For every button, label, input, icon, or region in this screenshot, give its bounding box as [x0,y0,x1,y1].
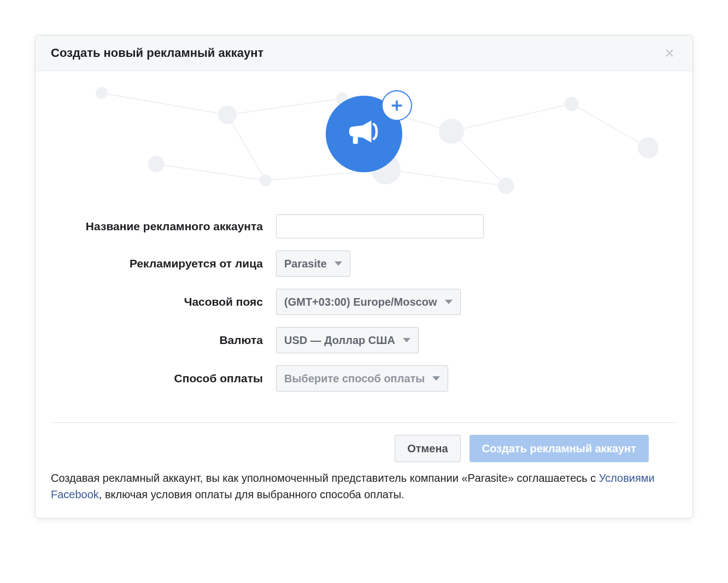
close-button[interactable] [662,45,677,61]
cancel-button[interactable]: Отмена [395,435,460,462]
footer-actions: Отмена Создать рекламный аккаунт [36,423,692,468]
hero-illustration [36,71,692,197]
svg-point-11 [96,88,107,98]
close-icon [665,48,674,58]
create-ad-account-modal: Создать новый рекламный аккаунт [35,35,693,518]
svg-line-5 [156,164,266,180]
caret-down-icon [334,261,342,266]
plus-icon [389,98,404,113]
account-name-input[interactable] [276,214,484,238]
svg-point-15 [565,97,578,110]
on-behalf-value: Parasite [284,258,327,270]
svg-point-16 [638,138,658,158]
svg-line-8 [227,115,266,180]
modal-title: Создать новый рекламный аккаунт [51,46,263,60]
svg-line-3 [451,104,572,131]
svg-line-7 [386,170,506,186]
create-account-button-label: Создать рекламный аккаунт [482,442,636,455]
label-account-name: Название рекламного аккаунта [79,220,276,233]
ad-account-icon [326,96,402,172]
modal-header: Создать новый рекламный аккаунт [36,36,692,71]
timezone-dropdown[interactable]: (GMT+03:00) Europe/Moscow [276,289,461,315]
plus-badge [381,90,412,121]
megaphone-icon [344,114,384,154]
svg-point-20 [498,178,514,194]
row-payment: Способ оплаты Выберите способ оплаты [79,365,649,392]
form: Название рекламного аккаунта Рекламирует… [36,197,692,417]
on-behalf-dropdown[interactable]: Parasite [276,250,350,277]
currency-value: USD — Доллар США [284,334,395,347]
cancel-button-label: Отмена [407,442,448,455]
row-timezone: Часовой пояс (GMT+03:00) Europe/Moscow [79,289,649,315]
label-payment: Способ оплаты [79,372,276,385]
svg-point-14 [439,119,463,143]
caret-down-icon [403,338,410,342]
svg-point-12 [219,106,236,124]
label-timezone: Часовой пояс [79,295,276,308]
svg-rect-21 [353,137,358,144]
payment-placeholder: Выберите способ оплаты [284,372,425,385]
caret-down-icon [432,376,440,381]
disclaimer: Создавая рекламный аккаунт, вы как уполн… [36,468,692,518]
row-currency: Валюта USD — Доллар США [79,327,649,353]
row-account-name: Название рекламного аккаунта [79,214,649,238]
svg-point-17 [149,156,164,172]
svg-line-4 [572,104,648,148]
create-account-button[interactable]: Создать рекламный аккаунт [469,435,649,462]
disclaimer-pre: Создавая рекламный аккаунт, вы как уполн… [51,472,599,484]
svg-line-0 [102,93,227,115]
payment-dropdown[interactable]: Выберите способ оплаты [276,365,448,392]
row-on-behalf: Рекламируется от лица Parasite [79,250,649,277]
label-on-behalf: Рекламируется от лица [79,257,276,270]
label-currency: Валюта [79,334,276,347]
timezone-value: (GMT+03:00) Europe/Moscow [284,296,437,308]
currency-dropdown[interactable]: USD — Доллар США [276,327,419,353]
svg-point-18 [260,175,271,186]
caret-down-icon [445,300,453,304]
disclaimer-post: , включая условия оплаты для выбранного … [99,488,404,500]
svg-line-1 [227,98,342,115]
